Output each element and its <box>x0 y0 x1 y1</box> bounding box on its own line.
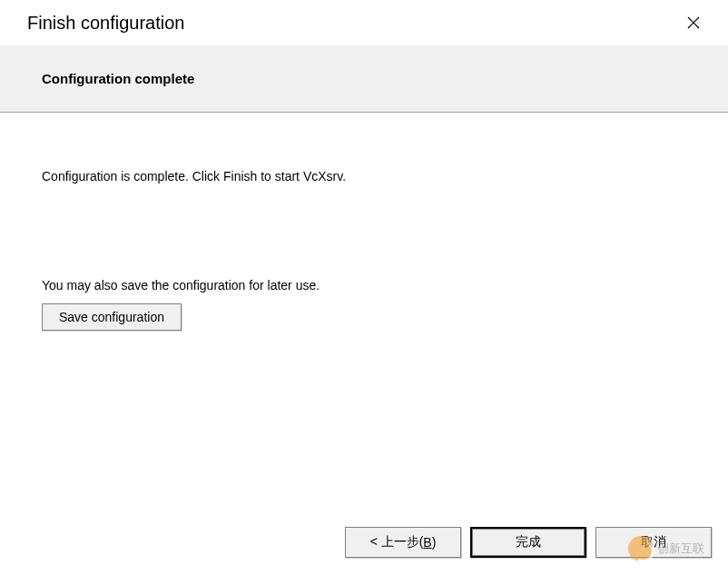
save-configuration-button[interactable]: Save configuration <box>42 303 182 331</box>
wizard-button-bar: < 上一步(B) 完成 取消 <box>345 527 712 558</box>
back-button[interactable]: < 上一步(B) <box>345 527 461 558</box>
finish-button[interactable]: 完成 <box>470 527 586 558</box>
save-prompt: You may also save the configuration for … <box>42 278 686 292</box>
close-button[interactable] <box>675 9 712 36</box>
close-icon <box>687 16 700 29</box>
cancel-button[interactable]: 取消 <box>595 527 712 558</box>
window-title: Finish configuration <box>27 13 184 34</box>
wizard-header-title: Configuration complete <box>42 71 686 86</box>
back-button-hotkey: B <box>423 535 431 550</box>
back-button-suffix: ) <box>432 535 437 550</box>
wizard-header: Configuration complete <box>0 45 728 113</box>
completion-message: Configuration is complete. Click Finish … <box>42 169 686 183</box>
back-button-prefix: < 上一步( <box>370 534 424 550</box>
wizard-content: Configuration is complete. Click Finish … <box>0 113 728 349</box>
